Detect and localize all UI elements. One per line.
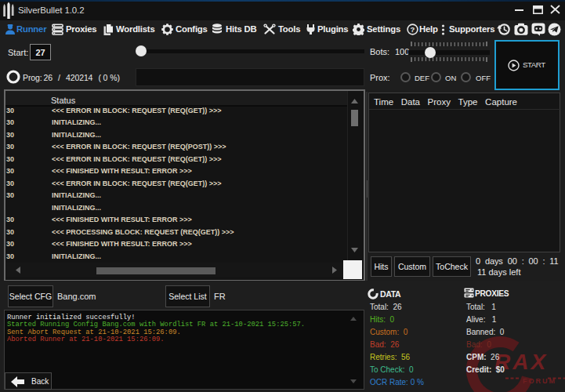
svg-text:FORUM: FORUM (523, 377, 556, 385)
svg-text:?: ? (411, 25, 415, 34)
